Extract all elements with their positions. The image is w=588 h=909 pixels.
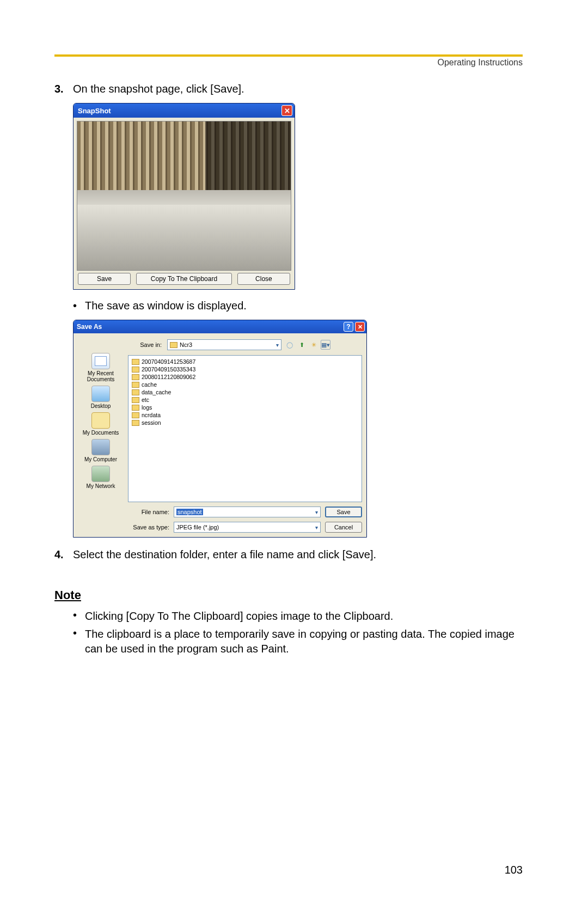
savein-label: Save in: — [128, 341, 164, 348]
chapter-title: Operating Instructions — [54, 58, 523, 68]
computer-icon — [91, 439, 110, 455]
cancel-button[interactable]: Cancel — [325, 522, 362, 533]
new-folder-icon[interactable]: ✳ — [309, 340, 318, 350]
bullet-icon: • — [73, 300, 85, 312]
step-3-text: On the snapshot page, click [Save]. — [73, 83, 244, 95]
note-list: • Clicking [Copy To The Clipboard] copie… — [54, 609, 523, 656]
snapshot-shadow — [205, 121, 291, 190]
close-icon[interactable]: ✕ — [281, 105, 292, 116]
views-icon[interactable]: ▦▾ — [321, 340, 330, 350]
note-heading: Note — [54, 588, 523, 602]
sidebar-item-recent[interactable]: My Recent Documents — [74, 353, 128, 382]
close-icon[interactable]: ✕ — [355, 322, 365, 332]
step-4: 4. Select the destination folder, enter … — [54, 548, 523, 561]
bullet-save-as: • The save as window is displayed. — [73, 300, 523, 312]
saveas-body: My Recent Documents Desktop My Documents… — [74, 333, 366, 537]
save-button[interactable]: Save — [325, 507, 362, 517]
note-bullet-2: • The clipboard is a place to temporaril… — [73, 627, 523, 656]
sidebar-item-network[interactable]: My Network — [87, 466, 115, 489]
folder-icon — [132, 405, 139, 411]
list-item[interactable]: ncrdata — [132, 411, 358, 419]
sidebar-item-label: My Network — [87, 483, 115, 489]
step-3-number: 3. — [54, 83, 73, 95]
recent-docs-icon — [91, 353, 110, 369]
file-list[interactable]: 20070409141253687 20070409150335343 2008… — [128, 355, 362, 502]
list-item[interactable]: logs — [132, 404, 358, 411]
list-item[interactable]: 20070409141253687 — [132, 358, 358, 365]
chevron-down-icon: ▾ — [315, 524, 318, 530]
folder-icon — [132, 412, 139, 418]
saveas-title-buttons: ? ✕ — [344, 322, 365, 332]
network-icon — [91, 466, 110, 482]
list-item[interactable]: cache — [132, 381, 358, 388]
header-rule — [54, 54, 523, 57]
folder-icon — [91, 412, 110, 429]
list-item[interactable]: data_cache — [132, 388, 358, 396]
note-bullet-1: • Clicking [Copy To The Clipboard] copie… — [73, 609, 523, 624]
sidebar-item-label: My Computer — [84, 456, 117, 462]
filename-input[interactable]: snapshot ▾ — [174, 507, 321, 517]
filename-label: File name: — [128, 509, 169, 515]
list-item[interactable]: session — [132, 419, 358, 426]
sidebar-item-label: Desktop — [91, 403, 111, 409]
saveas-window: Save As ? ✕ My Recent Documents Desktop … — [73, 320, 367, 538]
step-3: 3. On the snapshot page, click [Save]. — [54, 83, 523, 95]
sidebar-item-label: My Documents — [83, 430, 119, 436]
step-4-text: Select the destination folder, enter a f… — [73, 548, 376, 561]
up-icon[interactable]: ⬆ — [297, 340, 307, 350]
folder-icon — [132, 374, 139, 380]
sidebar-item-computer[interactable]: My Computer — [84, 439, 117, 462]
saveas-toolbar: Save in: Ncr3 ▾ ◯ ⬆ ✳ ▦▾ — [128, 338, 362, 352]
sidebar-item-label: My Recent Documents — [74, 370, 128, 382]
sidebar-item-desktop[interactable]: Desktop — [91, 386, 111, 409]
snapshot-button-row: Save Copy To The Clipboard Close — [77, 271, 291, 286]
filetype-row: Save as type: JPEG file (*.jpg) ▾ Cancel — [128, 522, 362, 533]
bullet-save-as-text: The save as window is displayed. — [85, 300, 247, 312]
step-4-number: 4. — [54, 548, 73, 561]
bullet-icon: • — [73, 609, 85, 624]
bullet-icon: • — [73, 627, 85, 656]
folder-icon — [132, 367, 139, 373]
filename-row: File name: snapshot ▾ Save — [128, 507, 362, 517]
save-button[interactable]: Save — [78, 273, 131, 285]
close-button[interactable]: Close — [237, 273, 290, 285]
help-icon[interactable]: ? — [344, 322, 353, 332]
list-item[interactable]: 20070409150335343 — [132, 365, 358, 373]
note-bullet-2-text: The clipboard is a place to temporarily … — [85, 627, 523, 656]
saveas-titlebar: Save As ? ✕ — [74, 320, 366, 333]
chevron-down-icon: ▾ — [276, 342, 279, 348]
filetype-select[interactable]: JPEG file (*.jpg) ▾ — [174, 522, 321, 533]
snapshot-body: Save Copy To The Clipboard Close — [74, 118, 295, 289]
saveas-sidebar: My Recent Documents Desktop My Documents… — [74, 338, 128, 533]
saveas-title: Save As — [77, 323, 102, 331]
savein-select[interactable]: Ncr3 ▾ — [167, 339, 281, 350]
desktop-icon — [91, 386, 110, 402]
snapshot-wall — [77, 190, 291, 205]
snapshot-table — [77, 205, 291, 270]
folder-icon — [132, 389, 139, 395]
manual-page: Operating Instructions 3. On the snapsho… — [0, 0, 588, 692]
saveas-main: Save in: Ncr3 ▾ ◯ ⬆ ✳ ▦▾ — [128, 338, 362, 533]
filetype-label: Save as type: — [128, 524, 169, 530]
snapshot-titlebar: SnapShot ✕ — [74, 103, 295, 118]
folder-icon — [170, 342, 177, 348]
chevron-down-icon: ▾ — [315, 509, 318, 515]
note-bullet-1-text: Clicking [Copy To The Clipboard] copies … — [85, 609, 393, 624]
snapshot-window: SnapShot ✕ Save Copy To The Clipboard Cl… — [73, 103, 295, 290]
copy-clipboard-button[interactable]: Copy To The Clipboard — [136, 273, 232, 285]
snapshot-title: SnapShot — [78, 107, 111, 115]
folder-icon — [132, 359, 139, 365]
snapshot-image — [77, 121, 291, 271]
folder-icon — [132, 382, 139, 388]
savein-value: Ncr3 — [180, 341, 192, 348]
folder-icon — [132, 397, 139, 403]
list-item[interactable]: etc — [132, 396, 358, 404]
page-number: 103 — [505, 864, 523, 876]
toolbar-icons: ◯ ⬆ ✳ ▦▾ — [285, 340, 330, 350]
sidebar-item-mydocs[interactable]: My Documents — [83, 412, 119, 436]
list-item[interactable]: 20080112120809062 — [132, 373, 358, 381]
folder-icon — [132, 420, 139, 426]
back-icon[interactable]: ◯ — [285, 340, 295, 350]
